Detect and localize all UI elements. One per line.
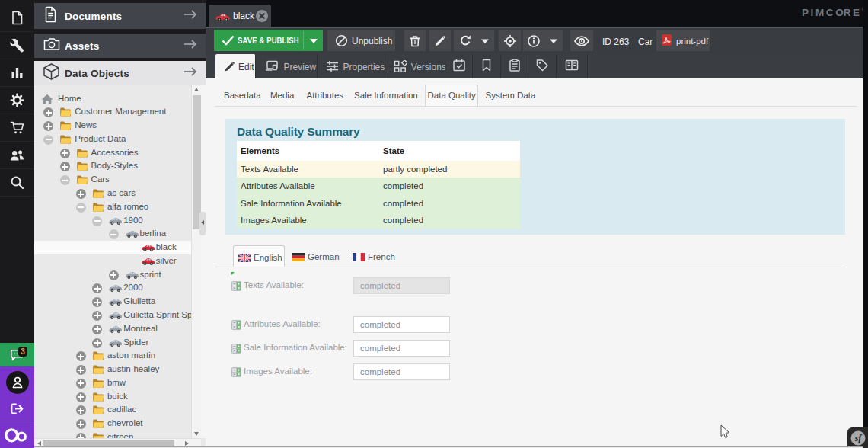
svg-text:sf: sf: [854, 433, 863, 443]
